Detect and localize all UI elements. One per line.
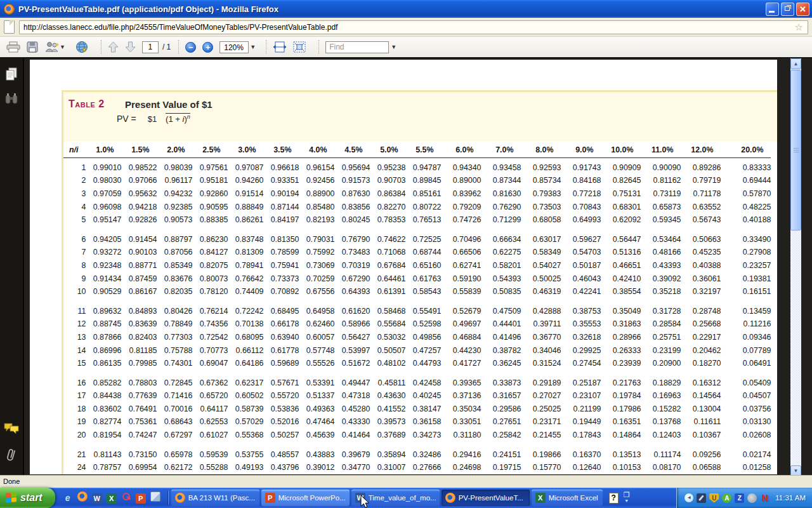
table-cell: 0.96098	[86, 200, 121, 213]
table-cell: 0.40388	[681, 259, 721, 272]
firefox-logo-icon	[4, 4, 15, 15]
taskbar-button[interactable]: PV-PresentValueT...	[442, 490, 530, 506]
table-cell: 0.61620	[334, 304, 370, 318]
table-cell: 0.37136	[441, 389, 481, 403]
zoom-out-button[interactable]: −	[185, 42, 196, 53]
maintenance-icon[interactable]	[697, 493, 706, 503]
minimize-button[interactable]	[766, 3, 779, 16]
quick-launch-firefox[interactable]	[77, 491, 88, 504]
vertical-scrollbar[interactable]: ▲ ▼	[790, 58, 801, 475]
start-button[interactable]: start	[0, 488, 55, 508]
table-cell: 0.75788	[157, 344, 192, 357]
novell-icon[interactable]: N	[760, 493, 769, 503]
table-cell: 0.16370	[561, 448, 601, 461]
table-row: 30.970590.956320.942320.928600.915140.90…	[63, 187, 771, 201]
table-cell: 0.49856	[405, 331, 441, 344]
fit-width-icon	[273, 41, 287, 53]
quick-launch-desktop[interactable]	[150, 491, 160, 504]
up-arrow-icon	[108, 41, 119, 53]
find-dropdown-icon[interactable]: ▼	[391, 44, 396, 50]
find-input[interactable]	[325, 41, 389, 53]
quick-launch-powerpoint[interactable]: P	[136, 492, 146, 504]
table-cell: 0.29416	[441, 448, 481, 461]
table-cell: 0.73069	[299, 259, 334, 272]
hide-icons-button[interactable]: ◄	[684, 493, 693, 502]
sidebar-tab-bookmarks[interactable]	[4, 93, 18, 108]
taskbar-button[interactable]: PMicrosoft PowerPo...	[261, 490, 350, 506]
fit-width-button[interactable]	[273, 41, 287, 53]
bookmark-star-icon[interactable]: ☆	[795, 22, 803, 32]
table-cell: 0.70319	[334, 259, 370, 272]
quick-launch-word[interactable]: W	[92, 492, 102, 504]
table-cell: 0.64186	[228, 357, 263, 370]
close-button[interactable]: ✕	[796, 3, 809, 16]
scrollbar-thumb[interactable]	[790, 70, 801, 231]
start-label: start	[20, 492, 43, 504]
quick-launch-excel[interactable]: X	[107, 492, 117, 504]
table-row: 70.932720.901030.870560.841270.813090.78…	[63, 246, 771, 259]
table-label: Table 2	[69, 98, 105, 110]
table-cell: 0.11216	[721, 318, 771, 331]
next-page-button[interactable]	[125, 41, 136, 53]
binoculars-icon	[4, 93, 18, 105]
volume-icon[interactable]	[747, 493, 757, 503]
table-cell: 0.76214	[192, 304, 228, 318]
table-cell: 0.06588	[681, 461, 721, 474]
url-input[interactable]	[19, 20, 808, 34]
email-button[interactable]: ▼	[44, 41, 69, 53]
print-button[interactable]	[6, 41, 20, 53]
key-icon	[121, 491, 131, 502]
table-cell: 0.63940	[263, 331, 299, 344]
table-cell: 0.38753	[561, 304, 601, 318]
z-app-icon[interactable]: Z	[735, 493, 744, 503]
zoom-in-button[interactable]: +	[202, 42, 213, 53]
save-button[interactable]	[27, 41, 38, 53]
table-cell: 0.86996	[86, 344, 121, 357]
shield-icon[interactable]: U	[709, 493, 719, 503]
taskbar-button[interactable]: BA 213 W11 (Pasc...	[171, 490, 259, 506]
table-cell: 0.88385	[192, 213, 228, 227]
table-cell: 0.21455	[521, 429, 561, 442]
table-cell: 0.10153	[601, 461, 641, 474]
table-cell: 0.61027	[192, 429, 228, 442]
sidebar-tab-pages[interactable]	[5, 67, 18, 84]
table-cell: 0.32197	[681, 285, 721, 298]
table-cell: 0.79383	[521, 187, 561, 201]
zoom-level-select[interactable]: 120%	[219, 41, 249, 53]
table-cell: 0.59345	[641, 213, 681, 227]
help-icon[interactable]: ?	[609, 493, 619, 504]
restore-button[interactable]	[781, 3, 794, 16]
status-bar: Done	[0, 475, 812, 488]
table-cell: 0.50835	[481, 285, 521, 298]
table-cell: 0.53032	[370, 331, 405, 344]
scroll-down-button[interactable]: ▼	[790, 465, 801, 475]
table-cell: 0.73119	[641, 187, 681, 201]
web-button[interactable]	[75, 41, 88, 53]
taskbar-button[interactable]: XMicrosoft Excel - r...	[532, 490, 603, 506]
table-cell: 0.87630	[334, 187, 370, 201]
antivirus-icon[interactable]: A	[722, 493, 731, 503]
table-cell: 0.49447	[334, 376, 370, 389]
table-cell: 0.17843	[561, 429, 601, 442]
zoom-dropdown-icon[interactable]: ▼	[250, 44, 256, 50]
table-cell: 0.86135	[86, 357, 121, 370]
table-row: 40.960980.942180.923850.905950.888490.87…	[63, 200, 771, 213]
table-cell: 0.93458	[481, 161, 521, 175]
sidebar-tab-attachments[interactable]	[5, 447, 18, 466]
previous-page-button[interactable]	[108, 41, 119, 53]
quick-launch-key[interactable]	[121, 491, 131, 504]
table-cell: 0.95632	[121, 187, 157, 201]
column-header: 1.0%	[86, 142, 121, 158]
scroll-up-button[interactable]: ▲	[790, 58, 801, 69]
sidebar-tab-comments[interactable]	[3, 422, 20, 437]
page-number-input[interactable]	[142, 41, 159, 53]
table-cell: 0.31657	[481, 389, 521, 403]
quick-launch-ie[interactable]: e	[63, 492, 73, 504]
table-row: 110.896320.848930.804260.762140.722420.6…	[63, 304, 771, 318]
table-cell: 0.99010	[86, 161, 121, 175]
chevron-down-icon: ▼	[60, 44, 65, 50]
table-cell: 0.75992	[299, 246, 334, 259]
table-cell: 0.38147	[405, 403, 441, 416]
restore-window-icon[interactable]: ❐▼	[624, 491, 630, 504]
fit-page-button[interactable]	[293, 41, 306, 53]
